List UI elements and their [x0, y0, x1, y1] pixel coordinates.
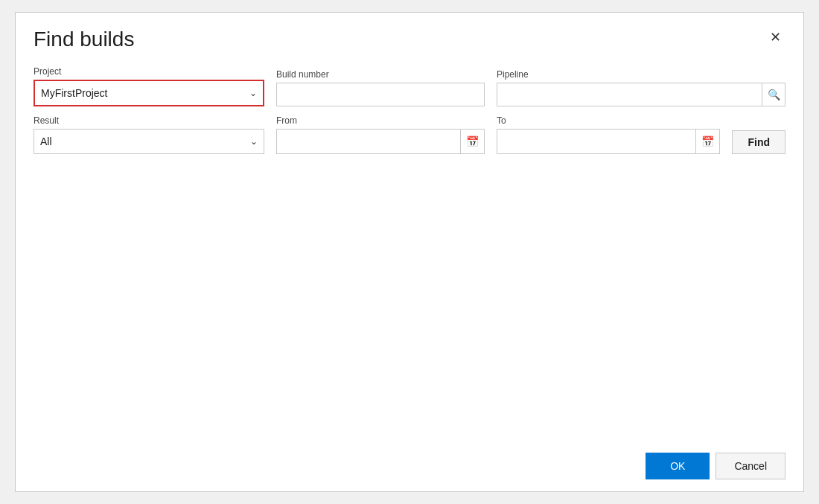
from-label: From — [276, 115, 485, 126]
dialog-header: Find builds ✕ — [16, 13, 803, 59]
to-date-input[interactable] — [497, 130, 695, 153]
from-group: From 📅 — [276, 115, 485, 154]
pipeline-input-wrapper: 🔍 — [497, 83, 785, 106]
project-group: Project MyFirstProject Project2 Project3… — [34, 66, 264, 106]
result-label: Result — [34, 115, 264, 126]
form-row-1: Project MyFirstProject Project2 Project3… — [34, 66, 785, 106]
from-date-input[interactable] — [277, 130, 460, 153]
content-spacer — [16, 261, 803, 441]
pipeline-search-button[interactable]: 🔍 — [762, 83, 785, 106]
result-select[interactable]: All Succeeded Failed Canceled PartiallyS… — [34, 130, 264, 153]
result-group: Result All Succeeded Failed Canceled Par… — [34, 115, 264, 154]
dialog-footer: OK Cancel — [16, 441, 803, 491]
project-select-wrapper: MyFirstProject Project2 Project3 ⌄ — [34, 80, 264, 106]
pipeline-search-icon: 🔍 — [768, 89, 780, 101]
find-builds-dialog: Find builds ✕ Project MyFirstProject Pro… — [15, 12, 804, 492]
to-calendar-button[interactable]: 📅 — [695, 130, 719, 153]
close-button[interactable]: ✕ — [765, 28, 785, 47]
pipeline-group: Pipeline 🔍 — [497, 69, 785, 106]
form-row-2: Result All Succeeded Failed Canceled Par… — [34, 115, 785, 154]
cancel-button[interactable]: Cancel — [716, 453, 785, 479]
to-calendar-icon: 📅 — [701, 135, 714, 147]
pipeline-input[interactable] — [497, 83, 785, 106]
build-number-label: Build number — [276, 69, 485, 80]
pipeline-label: Pipeline — [497, 69, 785, 80]
project-label: Project — [34, 66, 264, 77]
result-select-wrapper: All Succeeded Failed Canceled PartiallyS… — [34, 129, 264, 154]
project-select[interactable]: MyFirstProject Project2 Project3 — [35, 81, 263, 105]
to-group: To 📅 — [497, 115, 720, 154]
dialog-content: Project MyFirstProject Project2 Project3… — [16, 59, 803, 261]
from-calendar-icon: 📅 — [466, 135, 479, 147]
build-number-input[interactable] — [276, 83, 485, 106]
to-date-wrapper: 📅 — [497, 129, 720, 154]
to-label: To — [497, 115, 720, 126]
from-calendar-button[interactable]: 📅 — [460, 130, 484, 153]
from-date-wrapper: 📅 — [276, 129, 485, 154]
find-button[interactable]: Find — [732, 130, 785, 154]
ok-button[interactable]: OK — [646, 453, 710, 479]
dialog-title: Find builds — [34, 28, 134, 51]
build-number-group: Build number — [276, 69, 485, 106]
